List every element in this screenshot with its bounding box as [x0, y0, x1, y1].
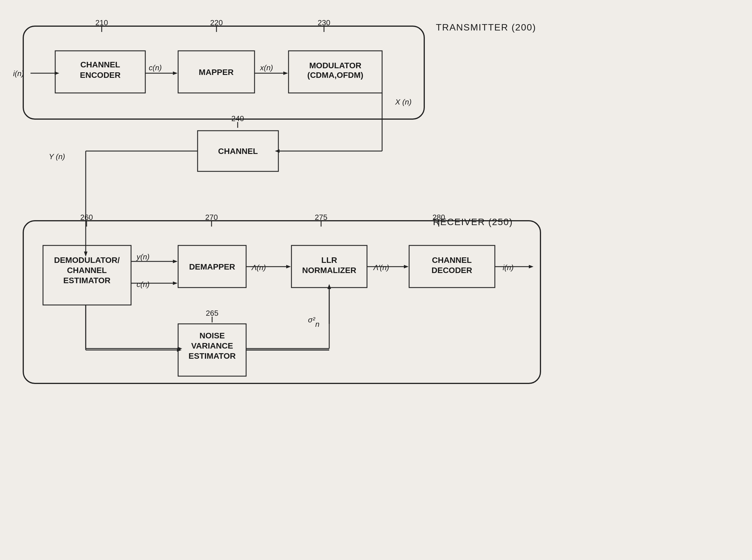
block-260-label2: CHANNEL	[67, 266, 107, 275]
signal-sigma-sub: n	[315, 320, 319, 328]
block-280-label1: CHANNEL	[432, 256, 472, 265]
signal-lambda-n: Λ(n)	[251, 263, 266, 272]
block-210-label1: CHANNEL	[80, 60, 120, 69]
block-265-label2: VARIANCE	[191, 341, 233, 350]
block-240-label: CHANNEL	[218, 147, 258, 156]
signal-cn-rx: c(n)	[137, 280, 150, 289]
block-275-number: 275	[315, 213, 327, 222]
signal-lambda-prime: Λ'(n)	[373, 263, 389, 272]
block-230-label1: MODULATOR	[309, 61, 361, 70]
block-280-label2: DECODER	[432, 266, 472, 275]
signal-Xn-down: X (n)	[395, 98, 412, 106]
block-270-label: DEMAPPER	[189, 262, 235, 271]
block-270-number: 270	[205, 213, 218, 222]
transmitter-title: TRANSMITTER (200)	[436, 22, 536, 33]
block-275-label1: LLR	[321, 256, 337, 265]
block-260-label3: ESTIMATOR	[63, 276, 111, 285]
block-230-number: 230	[318, 18, 330, 27]
signal-xn-tx: x(n)	[259, 63, 273, 72]
diagram-container: TRANSMITTER (200) 210 CHANNEL ENCODER i(…	[0, 0, 752, 560]
signal-cn-tx: c(n)	[149, 63, 162, 72]
block-220-number: 220	[210, 18, 222, 27]
block-265-number: 265	[206, 309, 218, 318]
signal-in-tx: i(n)	[13, 69, 24, 78]
block-210-label2: ENCODER	[80, 71, 121, 80]
block-280-number: 280	[432, 213, 445, 222]
block-230-label2: (CDMA,OFDM)	[308, 71, 363, 80]
block-260-number: 260	[80, 213, 93, 222]
block-265-label3: ESTIMATOR	[189, 352, 236, 360]
block-240-number: 240	[231, 114, 244, 123]
signal-Yn: Y (n)	[49, 152, 65, 161]
signal-sigma: σ²	[308, 316, 316, 324]
signal-in-rx: i(n)	[503, 263, 514, 272]
block-275-label2: NORMALIZER	[302, 266, 357, 275]
signal-yn-rx: y(n)	[136, 253, 150, 261]
block-260-label1: DEMODULATOR/	[54, 256, 120, 265]
block-220-label: MAPPER	[199, 68, 234, 77]
block-210-number: 210	[95, 18, 108, 27]
block-265-label1: NOISE	[199, 331, 224, 340]
svg-rect-0	[0, 0, 752, 560]
